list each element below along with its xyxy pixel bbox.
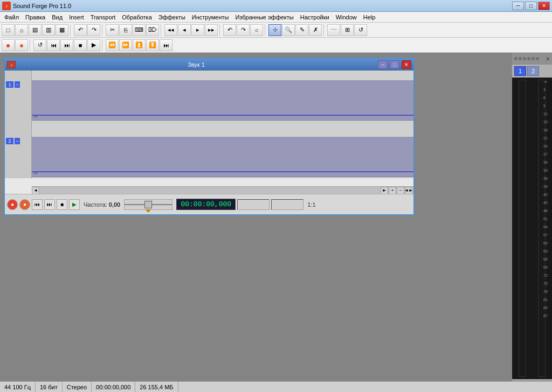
toolbar2-btn-play[interactable]: ▶ [87, 39, 100, 51]
toolbar1-btn-b6[interactable]: ⋯ [327, 24, 340, 36]
toolbar2-btn-b2[interactable]: ⏬ [146, 39, 159, 51]
vu-dot5 [532, 57, 535, 60]
vu-bar1 [519, 80, 526, 377]
menu-item-tools[interactable]: Инструменты [189, 12, 232, 22]
toolbar1-btn-new[interactable]: □ [2, 24, 15, 36]
toolbar2-btn-play-sel[interactable]: ⏩ [119, 39, 132, 51]
toolbar1-btn-step-fwd[interactable]: ▸ [191, 24, 204, 36]
restore-button[interactable]: □ [525, 2, 537, 10]
audio-scrollbar: ◄ ► + − ◄► [32, 186, 413, 194]
toolbar1-btn-paste[interactable]: ⌨ [133, 24, 146, 36]
vu-dot6 [536, 57, 539, 60]
toolbar1-btn-select[interactable]: ⊹ [268, 24, 281, 36]
slider-marker [146, 209, 151, 213]
toolbar1-btn-undo2[interactable]: ↶ [223, 24, 236, 36]
menu-item-favorites[interactable]: Избранные эффекты [232, 12, 296, 22]
close-button[interactable]: ✕ [538, 2, 550, 10]
title-bar: ♪ Sound Forge Pro 11.0 ─ □ ✕ [0, 0, 552, 12]
audio-next-button[interactable]: ⏭ [44, 199, 55, 210]
audio-transport: ● ● ⏮ ⏭ ■ ▶ Частота: 0,00 00:00:00,000 1… [5, 194, 413, 214]
zoom-out-button[interactable]: − [397, 187, 404, 194]
channel1-number[interactable]: 1 [6, 81, 13, 88]
channel2-minus[interactable]: − [15, 138, 20, 144]
status-channels: Стерео [63, 382, 92, 392]
toolbar1-btn-fwd-all[interactable]: ▸▸ [205, 24, 218, 36]
toolbar1-btn-redo[interactable]: ↷ [87, 24, 100, 36]
scroll-left-button[interactable]: ◄ [32, 187, 39, 194]
toolbar1-btn-b8[interactable]: ↺ [354, 24, 367, 36]
toolbar2-btn-b1[interactable]: ⏫ [133, 39, 146, 51]
toolbar2-btn-rec2[interactable]: ● [15, 39, 28, 51]
zoom-in-button[interactable]: + [389, 187, 396, 194]
audio-close-button[interactable]: ✕ [402, 60, 411, 69]
menu-item-insert[interactable]: Insert [66, 12, 87, 22]
audio-window-titlebar: ♪ Звук 1 ─ □ ✕ [5, 59, 413, 71]
app-icon: ♪ [2, 2, 11, 10]
toolbar1-btn-cut[interactable]: ✂ [106, 24, 119, 36]
toolbar1-btn-save-as[interactable]: ▥ [42, 24, 55, 36]
scroll-controls-right: ► + − ◄► [226, 187, 413, 194]
scroll-right-button[interactable]: ► [381, 187, 388, 194]
audio-prev-button[interactable]: ⏮ [32, 199, 43, 210]
vu-channel2-button[interactable]: 2 [527, 66, 539, 76]
toolbar1-btn-b7[interactable]: ⊞ [341, 24, 354, 36]
audio-window-icon: ♪ [7, 61, 16, 68]
playback-slider[interactable] [124, 199, 172, 210]
zoom-full-button[interactable]: ◄► [405, 187, 412, 194]
time-extra2 [271, 199, 303, 210]
audio-rec2-button[interactable]: ● [19, 199, 30, 210]
toolbar-separator [161, 24, 163, 36]
toolbar1-btn-b5[interactable]: ○ [250, 24, 263, 36]
minimize-button[interactable]: ─ [512, 2, 524, 10]
toolbar1-btn-paste2[interactable]: ⌦ [146, 24, 159, 36]
toolbar-separator [219, 24, 222, 36]
channel1-minus[interactable]: − [15, 81, 20, 88]
toolbar1-btn-magnify[interactable]: 🔍 [282, 24, 295, 36]
audio-window: ♪ Звук 1 ─ □ ✕ 1 − 2 − 🔒 ✛ [4, 58, 415, 215]
toolbar1-btn-draw[interactable]: ✎ [295, 24, 308, 36]
toolbar2-separator [102, 39, 104, 51]
menu-item-effects[interactable]: Эффекты [155, 12, 189, 22]
menu-item-process[interactable]: Обработка [119, 12, 155, 22]
menu-item-file[interactable]: Файл [1, 12, 22, 22]
toolbar1-btn-erase[interactable]: ✗ [309, 24, 322, 36]
vu-close-button[interactable]: ✕ [546, 56, 550, 62]
toolbar1-btn-save[interactable]: ▤ [29, 24, 42, 36]
toolbar2-btn-rewind[interactable]: ↺ [33, 39, 46, 51]
toolbar2-btn-to-start[interactable]: ⏮ [47, 39, 60, 51]
menu-item-help[interactable]: Help [360, 12, 379, 22]
menu-item-transport[interactable]: Transport [87, 12, 119, 22]
toolbar2-btn-rec[interactable]: ● [2, 39, 15, 51]
toolbar1-btn-save-copy[interactable]: ▦ [56, 24, 68, 36]
toolbar1-btn-copy[interactable]: ⎘ [119, 24, 132, 36]
vu-channels: 1 2 [512, 65, 552, 78]
toolbar1-btn-open[interactable]: ⌂ [15, 24, 28, 36]
toolbar2-btn-skip-end[interactable]: ⏭ [160, 39, 172, 51]
menu-item-view[interactable]: Вид [49, 12, 66, 22]
menu-item-edit[interactable]: Правка [22, 12, 49, 22]
toolbar2-btn-stop[interactable]: ■ [74, 39, 87, 51]
vu-channel1-button[interactable]: 1 [514, 66, 526, 76]
audio-play-button[interactable]: ▶ [69, 199, 80, 210]
toolbar1-btn-rewind-back[interactable]: ◂◂ [164, 24, 177, 36]
toolbar1-btn-step-back[interactable]: ◂ [178, 24, 191, 36]
toolbar1-btn-redo2[interactable]: ↷ [237, 24, 250, 36]
status-sample-rate: 44 100 Гц [0, 382, 36, 392]
audio-restore-button[interactable]: □ [390, 60, 399, 69]
toolbar1-btn-undo[interactable]: ↶ [74, 24, 87, 36]
vu-meter-container: -∞ 3 6 9 12 15 18 21 24 27 30 33 36 39 4… [512, 78, 552, 379]
audio-minimize-button[interactable]: ─ [378, 60, 388, 69]
track1: -∞ [32, 80, 413, 121]
menu-item-settings[interactable]: Настройки [297, 12, 333, 22]
audio-stop-button[interactable]: ■ [57, 199, 67, 210]
vu-dot4 [527, 57, 530, 60]
toolbar2-btn-skip-back[interactable]: ⏪ [106, 39, 119, 51]
audio-rec-button[interactable]: ● [7, 199, 18, 210]
waveform-ruler [32, 71, 413, 81]
toolbar2-btn-to-end[interactable]: ⏭ [60, 39, 73, 51]
channel2-number[interactable]: 2 [6, 138, 13, 144]
toolbar-separator [102, 24, 104, 36]
toolbar2: ●●↺⏮⏭■▶⏪⏩⏫⏬⏭ [0, 38, 552, 53]
slider-thumb[interactable] [144, 201, 152, 208]
menu-item-window[interactable]: Window [333, 12, 360, 22]
